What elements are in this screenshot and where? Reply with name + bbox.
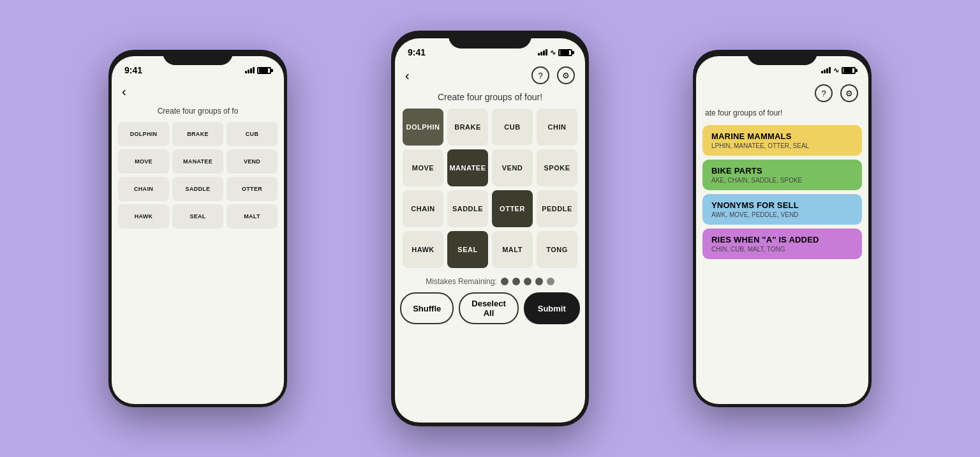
word-tile-left[interactable]: SEAL bbox=[172, 204, 223, 228]
word-tile-center[interactable]: MANATEE bbox=[447, 149, 488, 186]
category-card: MARINE MAMMALSLPHIN, MANATEE, OTTER, SEA… bbox=[702, 125, 862, 156]
phone-center: 9:41 ∿ ‹ ? ⚙ Create bbox=[391, 31, 589, 426]
word-tile-center[interactable]: SEAL bbox=[447, 231, 488, 268]
word-tile-center[interactable]: CUB bbox=[492, 109, 533, 146]
categories-list: MARINE MAMMALSLPHIN, MANATEE, OTTER, SEA… bbox=[696, 125, 868, 259]
signal-icon-left bbox=[245, 67, 255, 73]
wifi-icon-right: ∿ bbox=[833, 66, 839, 75]
word-tile-left[interactable]: DOLPHIN bbox=[118, 122, 169, 146]
status-icons-left bbox=[245, 67, 271, 74]
help-button-center[interactable]: ? bbox=[531, 66, 549, 84]
phone-left-notch bbox=[163, 50, 233, 65]
subtitle-right: ate four groups of four! bbox=[696, 107, 868, 125]
mistakes-row-center: Mistakes Remaining: bbox=[395, 268, 585, 292]
signal-icon-right bbox=[821, 67, 831, 73]
word-tile-left[interactable]: SADDLE bbox=[172, 177, 223, 201]
phone-right-notch bbox=[747, 50, 817, 65]
phone-left: 9:41 ‹ Create four groups of fo DOLPHINB… bbox=[108, 50, 287, 407]
mistake-dot-1 bbox=[501, 278, 509, 285]
settings-button-right[interactable]: ⚙ bbox=[840, 84, 858, 102]
word-tile-center[interactable]: BRAKE bbox=[447, 109, 488, 146]
phone-notch bbox=[449, 31, 531, 49]
word-tile-left[interactable]: MALT bbox=[226, 204, 278, 228]
word-tile-center[interactable]: CHAIN bbox=[403, 190, 443, 227]
word-tile-left[interactable]: CHAIN bbox=[118, 177, 169, 201]
word-tile-center[interactable]: SADDLE bbox=[447, 190, 488, 227]
subtitle-left: Create four groups of fo bbox=[112, 104, 284, 122]
phone-left-screen: 9:41 ‹ Create four groups of fo DOLPHINB… bbox=[112, 56, 284, 404]
action-buttons-center: Shuffle Deselect All Submit bbox=[395, 292, 585, 324]
settings-button-center[interactable]: ⚙ bbox=[557, 66, 575, 84]
nav-bar-right: ? ⚙ bbox=[696, 79, 868, 107]
mistake-dot-4 bbox=[535, 278, 543, 285]
word-grid-center: DOLPHINBRAKECUBCHINMOVEMANATEEVENDSPOKEC… bbox=[395, 109, 585, 268]
shuffle-button[interactable]: Shuffle bbox=[400, 292, 454, 324]
nav-bar-center: ‹ ? ⚙ bbox=[395, 61, 585, 89]
category-words: AWK, MOVE, PEDDLE, VEND bbox=[711, 211, 853, 218]
help-button-right[interactable]: ? bbox=[815, 84, 833, 102]
category-words: LPHIN, MANATEE, OTTER, SEAL bbox=[711, 142, 853, 149]
word-tile-center[interactable]: DOLPHIN bbox=[403, 109, 443, 146]
word-tile-left[interactable]: MOVE bbox=[118, 149, 169, 174]
word-tile-center[interactable]: SPOKE bbox=[537, 149, 577, 186]
word-tile-left[interactable]: HAWK bbox=[118, 204, 169, 228]
word-tile-center[interactable]: VEND bbox=[492, 149, 533, 186]
mistake-dot-2 bbox=[512, 278, 520, 285]
word-tile-center[interactable]: PEDDLE bbox=[537, 190, 577, 227]
status-icons-right: ∿ bbox=[821, 66, 856, 75]
status-time-center: 9:41 bbox=[408, 47, 426, 57]
category-title: BIKE PARTS bbox=[711, 166, 853, 176]
phone-right-screen: ∿ ? ⚙ ate four groups of four! MARINE MA… bbox=[696, 56, 868, 404]
battery-icon-right bbox=[842, 67, 856, 74]
category-card: YNONYMS FOR SELLAWK, MOVE, PEDDLE, VEND bbox=[702, 194, 862, 225]
wifi-icon-center: ∿ bbox=[550, 49, 556, 57]
word-tile-center[interactable]: TONG bbox=[537, 231, 577, 268]
back-button-center[interactable]: ‹ bbox=[405, 68, 410, 83]
word-tile-left[interactable]: OTTER bbox=[226, 177, 278, 201]
word-tile-center[interactable]: MALT bbox=[492, 231, 533, 268]
back-button-left[interactable]: ‹ bbox=[122, 84, 126, 99]
word-tile-left[interactable]: BRAKE bbox=[172, 122, 223, 146]
submit-button[interactable]: Submit bbox=[524, 292, 580, 324]
mistakes-label: Mistakes Remaining: bbox=[426, 277, 496, 286]
phone-center-screen: 9:41 ∿ ‹ ? ⚙ Create bbox=[395, 38, 585, 423]
word-tile-center[interactable]: HAWK bbox=[403, 231, 443, 268]
category-words: CHIN, CUB, MALT, TONG bbox=[711, 246, 853, 253]
battery-icon-left bbox=[257, 67, 271, 74]
status-time-left: 9:41 bbox=[124, 65, 142, 75]
word-tile-center[interactable]: CHIN bbox=[537, 109, 577, 146]
phone-right: ∿ ? ⚙ ate four groups of four! MARINE MA… bbox=[693, 50, 872, 407]
mistake-dot-3 bbox=[524, 278, 531, 285]
category-card: RIES WHEN "A" IS ADDEDCHIN, CUB, MALT, T… bbox=[702, 228, 862, 259]
battery-icon-center bbox=[558, 49, 572, 56]
status-icons-center: ∿ bbox=[538, 49, 572, 57]
word-tile-center[interactable]: OTTER bbox=[492, 190, 533, 227]
category-words: AKE, CHAIN, SADDLE, SPOKE bbox=[711, 177, 853, 184]
nav-icons-right: ? ⚙ bbox=[815, 84, 858, 102]
nav-bar-left: ‹ bbox=[112, 79, 284, 104]
category-title: YNONYMS FOR SELL bbox=[711, 200, 853, 210]
word-tile-center[interactable]: MOVE bbox=[403, 149, 443, 186]
signal-icon-center bbox=[538, 49, 547, 56]
category-title: MARINE MAMMALS bbox=[711, 131, 853, 141]
category-card: BIKE PARTSAKE, CHAIN, SADDLE, SPOKE bbox=[702, 160, 862, 190]
mistake-dot-5 bbox=[547, 278, 554, 285]
category-title: RIES WHEN "A" IS ADDED bbox=[711, 235, 853, 244]
deselect-button[interactable]: Deselect All bbox=[459, 292, 518, 324]
word-tile-left[interactable]: MANATEE bbox=[172, 149, 223, 174]
word-tile-left[interactable]: VEND bbox=[226, 149, 278, 174]
word-grid-left: DOLPHINBRAKECUBMOVEMANATEEVENDCHAINSADDL… bbox=[112, 122, 284, 228]
word-tile-left[interactable]: CUB bbox=[226, 122, 278, 146]
subtitle-center: Create four groups of four! bbox=[395, 89, 585, 109]
nav-icons-center: ? ⚙ bbox=[531, 66, 575, 84]
